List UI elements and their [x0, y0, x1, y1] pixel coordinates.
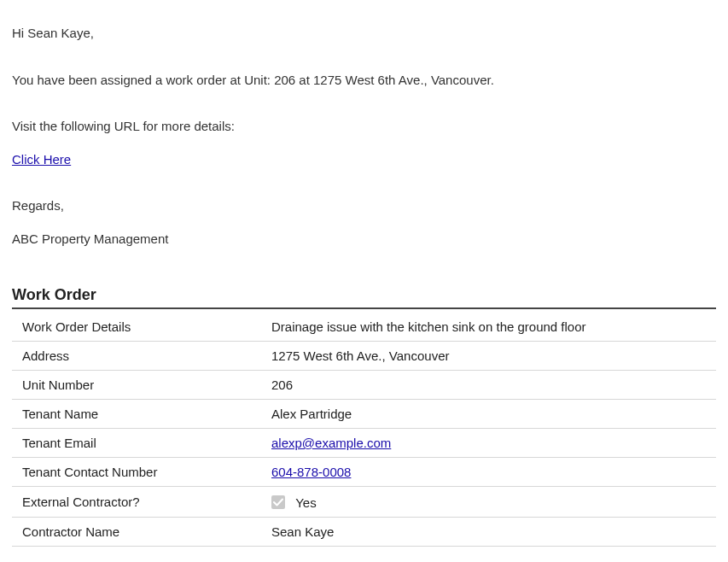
click-here-link[interactable]: Click Here [12, 152, 71, 167]
row-value-details: Drainage issue with the kitchen sink on … [271, 319, 586, 334]
table-row: Address 1275 West 6th Ave., Vancouver [12, 342, 716, 371]
tenant-email-link[interactable]: alexp@example.com [271, 436, 391, 450]
work-order-table: Work Order Details Drainage issue with t… [12, 313, 716, 547]
checkbox-checked-icon [271, 495, 285, 509]
row-label-details: Work Order Details [22, 319, 271, 334]
table-row: Tenant Name Alex Partridge [12, 400, 716, 429]
row-value-tenant-name: Alex Partridge [271, 407, 352, 421]
row-value-contractor: Sean Kaye [271, 524, 334, 539]
greeting-line: Hi Sean Kaye, [12, 24, 716, 44]
row-value-external: Yes [295, 495, 316, 510]
table-row: Work Order Details Drainage issue with t… [12, 313, 716, 342]
table-row: Tenant Email alexp@example.com [12, 429, 716, 458]
assignment-body: You have been assigned a work order at U… [12, 71, 716, 91]
row-label-contractor: Contractor Name [22, 524, 271, 539]
row-label-external: External Contractor? [22, 495, 271, 509]
tenant-phone-link[interactable]: 604-878-0008 [271, 465, 351, 479]
work-order-heading: Work Order [12, 286, 716, 309]
table-row: Tenant Contact Number 604-878-0008 [12, 458, 716, 487]
regards-line: Regards, [12, 196, 716, 216]
sender-name: ABC Property Management [12, 230, 716, 249]
table-row: Contractor Name Sean Kaye [12, 518, 716, 547]
row-label-tenant-name: Tenant Name [22, 407, 271, 421]
row-label-unit: Unit Number [22, 378, 271, 392]
row-label-address: Address [22, 348, 271, 363]
table-row: External Contractor? Yes [12, 487, 716, 518]
row-label-tenant-contact: Tenant Contact Number [22, 465, 271, 479]
table-row: Unit Number 206 [12, 371, 716, 400]
visit-prompt: Visit the following URL for more details… [12, 117, 716, 137]
row-value-unit: 206 [271, 378, 293, 392]
row-label-tenant-email: Tenant Email [22, 436, 271, 450]
row-value-address: 1275 West 6th Ave., Vancouver [271, 348, 449, 363]
